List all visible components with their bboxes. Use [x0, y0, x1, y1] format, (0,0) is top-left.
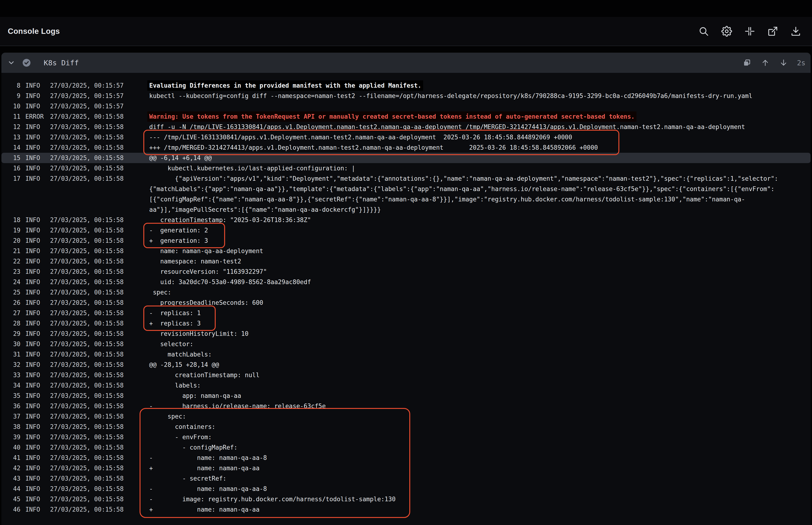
log-line-number: 20	[1, 236, 20, 246]
log-message: {"matchLabels":{"app":"naman-qa-aa"}},"t…	[149, 184, 775, 194]
log-timestamp: 27/03/2025, 00:15:58	[50, 391, 124, 401]
step-header-left: K8s Diff	[1, 52, 79, 73]
log-timestamp: 27/03/2025, 00:15:58	[50, 236, 124, 246]
log-row: 24INFO27/03/2025, 00:15:58 uid: 3a20dc70…	[1, 277, 811, 287]
log-line-number: 15	[1, 153, 20, 163]
log-level: INFO	[25, 422, 40, 432]
log-row: 30INFO27/03/2025, 00:15:58 selector:	[1, 339, 811, 349]
log-line-number: 23	[1, 267, 20, 277]
log-message: uid: 3a20dc70-53a0-4989-8562-8aa29ac80ed…	[149, 277, 311, 287]
log-line-number: 32	[1, 360, 20, 370]
log-message: - secretRef:	[149, 473, 227, 484]
log-row: 39INFO27/03/2025, 00:15:58 - envFrom:	[1, 432, 811, 442]
log-message: revisionHistoryLimit: 10	[149, 329, 249, 339]
copy-icon[interactable]	[741, 57, 752, 68]
search-icon[interactable]	[698, 26, 709, 37]
log-timestamp: 27/03/2025, 00:15:58	[50, 132, 124, 142]
check-circle-icon	[21, 58, 31, 68]
log-line-number: 35	[1, 391, 20, 401]
log-timestamp: 27/03/2025, 00:15:58	[50, 174, 124, 184]
log-line-number: 21	[1, 246, 20, 256]
step-header[interactable]: K8s Diff 2s	[1, 52, 811, 73]
log-message: @@ -28,15 +28,14 @@	[149, 360, 219, 370]
log-line-number: 11	[1, 111, 20, 122]
log-level: INFO	[25, 504, 40, 515]
log-line-number: 39	[1, 432, 20, 442]
log-row: 16INFO27/03/2025, 00:15:58 kubectl.kuber…	[1, 163, 811, 174]
log-message: name: naman-qa-aa-deployment	[149, 246, 263, 256]
log-message: matchLabels:	[149, 349, 212, 360]
log-line-number: 30	[1, 339, 20, 349]
log-level: INFO	[25, 308, 40, 318]
log-message: spec:	[149, 287, 171, 298]
log-row-wrap: [{"configMapRef":{"name":"naman-qa-aa-8"…	[1, 194, 811, 205]
log-line-number: 46	[1, 504, 20, 515]
log-row: 34INFO27/03/2025, 00:15:58 labels:	[1, 380, 811, 391]
log-timestamp: 27/03/2025, 00:15:58	[50, 277, 124, 287]
chevron-down-icon[interactable]	[6, 58, 16, 68]
log-level: INFO	[25, 442, 40, 453]
open-in-new-icon[interactable]	[767, 26, 778, 37]
log-timestamp: 27/03/2025, 00:15:58	[50, 111, 124, 122]
log-level: INFO	[25, 453, 40, 463]
log-row: 25INFO27/03/2025, 00:15:58 spec:	[1, 287, 811, 298]
download-icon[interactable]	[791, 26, 801, 37]
log-timestamp: 27/03/2025, 00:15:57	[50, 101, 124, 111]
log-level: INFO	[25, 411, 40, 422]
log-row: 22INFO27/03/2025, 00:15:58 namespace: na…	[1, 256, 811, 267]
header-toolbar	[698, 26, 801, 37]
log-row: 15INFO27/03/2025, 00:15:58@@ -6,14 +6,14…	[1, 153, 811, 163]
log-line-number: 33	[1, 370, 20, 380]
log-message: Warning: Use tokens from the TokenReques…	[147, 111, 637, 122]
log-timestamp: 27/03/2025, 00:15:58	[50, 401, 124, 411]
log-level: INFO	[25, 484, 40, 494]
log-row: 26INFO27/03/2025, 00:15:58 progressDeadl…	[1, 298, 811, 308]
log-line-number: 31	[1, 349, 20, 360]
log-row: 19INFO27/03/2025, 00:15:58- generation: …	[1, 225, 811, 236]
log-level: INFO	[25, 494, 40, 504]
console-logs-header: Console Logs	[0, 17, 812, 46]
log-line-number: 26	[1, 298, 20, 308]
log-line-number: 25	[1, 287, 20, 298]
log-message: - envFrom:	[149, 432, 212, 442]
log-level: INFO	[25, 225, 40, 236]
log-timestamp: 27/03/2025, 00:15:58	[50, 329, 124, 339]
arrow-down-icon[interactable]	[778, 57, 789, 68]
log-line-number: 9	[1, 91, 20, 101]
log-message: spec:	[149, 411, 186, 422]
log-message: aa"}],"imagePullSecrets":[{"name":"naman…	[149, 205, 381, 215]
log-row: 8INFO27/03/2025, 00:15:57Evaluating Diff…	[1, 80, 811, 91]
log-message: - name: naman-qa-aa-8	[149, 453, 267, 463]
log-row: 33INFO27/03/2025, 00:15:58 creationTimes…	[1, 370, 811, 380]
log-line-number: 22	[1, 256, 20, 267]
log-timestamp: 27/03/2025, 00:15:58	[50, 287, 124, 298]
log-line-number: 38	[1, 422, 20, 432]
log-message: kubectl.kubernetes.io/last-applied-confi…	[149, 163, 355, 174]
log-level: INFO	[25, 267, 40, 277]
log-step-card: K8s Diff 2s 8INFO27/03/2025, 00:15:57Eva…	[1, 52, 811, 525]
step-title: K8s Diff	[44, 59, 79, 67]
log-row: 17INFO27/03/2025, 00:15:58 {"apiVersion"…	[1, 174, 811, 184]
arrow-up-icon[interactable]	[760, 57, 771, 68]
settings-gear-icon[interactable]	[721, 26, 732, 37]
log-row: 43INFO27/03/2025, 00:15:58 - secretRef:	[1, 473, 811, 484]
log-line-number: 27	[1, 308, 20, 318]
log-output[interactable]: 8INFO27/03/2025, 00:15:57Evaluating Diff…	[1, 80, 811, 525]
log-level: INFO	[25, 277, 40, 287]
log-level: INFO	[25, 174, 40, 184]
log-line-number: 36	[1, 401, 20, 411]
log-row: 41INFO27/03/2025, 00:15:58- name: naman-…	[1, 453, 811, 463]
log-row: 42INFO27/03/2025, 00:15:58+ name: naman-…	[1, 463, 811, 473]
log-timestamp: 27/03/2025, 00:15:58	[50, 246, 124, 256]
log-timestamp: 27/03/2025, 00:15:58	[50, 308, 124, 318]
log-timestamp: 27/03/2025, 00:15:58	[50, 380, 124, 391]
log-level: INFO	[25, 236, 40, 246]
collapse-icon[interactable]	[744, 26, 755, 37]
log-level: INFO	[25, 153, 40, 163]
log-message: kubectl --kubeconfig=config diff --names…	[149, 91, 752, 101]
log-timestamp: 27/03/2025, 00:15:58	[50, 215, 124, 225]
log-level: INFO	[25, 142, 40, 153]
log-timestamp: 27/03/2025, 00:15:57	[50, 80, 124, 91]
log-row: 14INFO27/03/2025, 00:15:58+++ /tmp/MERGE…	[1, 142, 811, 153]
log-timestamp: 27/03/2025, 00:15:58	[50, 349, 124, 360]
